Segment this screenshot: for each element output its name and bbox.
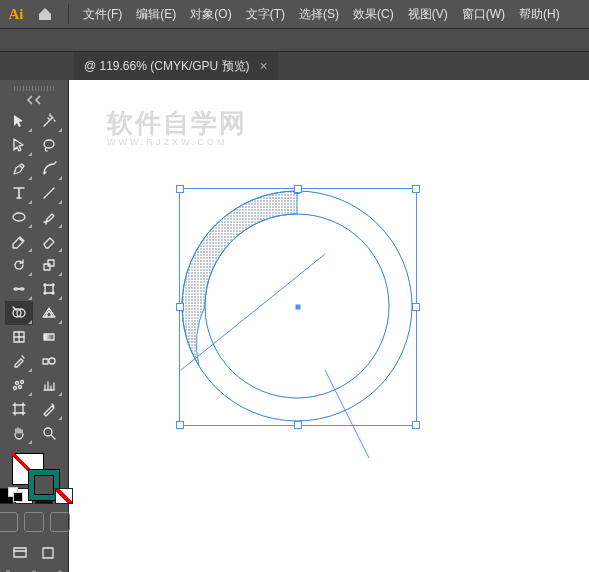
artboard[interactable]: 软件自学网 WWW.RJZXW.COM — [69, 80, 589, 572]
menu-effect[interactable]: 效果(C) — [347, 2, 400, 27]
svg-rect-1 — [44, 264, 50, 270]
tab-close-button[interactable]: × — [260, 59, 268, 73]
gradient-tool[interactable] — [35, 325, 63, 349]
pen-tool[interactable] — [5, 157, 33, 181]
bbox-handle-tr[interactable] — [412, 185, 420, 193]
magic-wand-tool[interactable] — [35, 109, 63, 133]
svg-rect-18 — [15, 405, 23, 413]
eraser-tool[interactable] — [35, 229, 63, 253]
bbox-handle-mr[interactable] — [412, 303, 420, 311]
menu-edit[interactable]: 编辑(E) — [130, 2, 182, 27]
menu-select[interactable]: 选择(S) — [293, 2, 345, 27]
eyedropper-tool[interactable] — [5, 349, 33, 373]
shaper-tool[interactable] — [5, 229, 33, 253]
svg-rect-11 — [44, 334, 54, 340]
svg-rect-3 — [45, 285, 53, 293]
bbox-handle-bl[interactable] — [176, 421, 184, 429]
watermark-main: 软件自学网 — [107, 108, 247, 138]
edit-toolbar-button[interactable] — [37, 542, 59, 564]
bbox-center[interactable] — [296, 305, 301, 310]
free-transform-tool[interactable] — [35, 277, 63, 301]
zoom-tool[interactable] — [35, 421, 63, 445]
main-area: 软件自学网 WWW.RJZXW.COM — [0, 80, 589, 572]
home-icon — [37, 6, 53, 22]
rotate-tool[interactable] — [5, 253, 33, 277]
document-tab[interactable]: @ 119.66% (CMYK/GPU 预览) × — [74, 52, 278, 80]
graph-tool[interactable] — [35, 373, 63, 397]
perspective-tool[interactable] — [35, 301, 63, 325]
bbox-handle-bm[interactable] — [294, 421, 302, 429]
svg-point-16 — [19, 386, 22, 389]
svg-point-15 — [21, 381, 24, 384]
svg-rect-12 — [43, 359, 48, 364]
tools-panel — [0, 80, 69, 572]
document-tabbar: @ 119.66% (CMYK/GPU 预览) × — [0, 52, 589, 80]
symbol-tool[interactable] — [5, 373, 33, 397]
svg-point-13 — [49, 358, 55, 364]
bbox-handle-tm[interactable] — [294, 185, 302, 193]
watermark-sub: WWW.RJZXW.COM — [107, 138, 247, 147]
shape-builder-tool[interactable] — [5, 301, 33, 325]
menubar: Ai 文件(F) 编辑(E) 对象(O) 文字(T) 选择(S) 效果(C) 视… — [0, 0, 589, 29]
type-tool[interactable] — [5, 181, 33, 205]
menu-object[interactable]: 对象(O) — [184, 2, 237, 27]
svg-rect-2 — [48, 260, 54, 266]
bbox-handle-ml[interactable] — [176, 303, 184, 311]
svg-point-0 — [13, 213, 25, 221]
draw-normal[interactable] — [0, 512, 18, 532]
draw-inside[interactable] — [50, 512, 70, 532]
menu-items: 文件(F) 编辑(E) 对象(O) 文字(T) 选择(S) 效果(C) 视图(V… — [77, 2, 566, 27]
fill-stroke-swatches[interactable] — [6, 451, 62, 482]
line-tool[interactable] — [35, 181, 63, 205]
selection-tool[interactable] — [5, 109, 33, 133]
screen-mode-button[interactable] — [9, 542, 31, 564]
screen-mode-row — [9, 542, 59, 564]
brush-tool[interactable] — [35, 205, 63, 229]
menu-window[interactable]: 窗口(W) — [456, 2, 511, 27]
width-tool[interactable] — [5, 277, 33, 301]
bbox-handle-br[interactable] — [412, 421, 420, 429]
mesh-tool[interactable] — [5, 325, 33, 349]
curvature-tool[interactable] — [35, 157, 63, 181]
svg-point-17 — [14, 387, 17, 390]
default-fill-stroke[interactable] — [8, 487, 22, 501]
svg-rect-20 — [14, 548, 26, 557]
draw-mode-row — [0, 512, 70, 532]
hand-tool[interactable] — [5, 421, 33, 445]
blend-tool[interactable] — [35, 349, 63, 373]
svg-point-14 — [16, 382, 19, 385]
direct-selection-tool[interactable] — [5, 133, 33, 157]
menu-divider — [68, 4, 69, 24]
menu-view[interactable]: 视图(V) — [402, 2, 454, 27]
menu-type[interactable]: 文字(T) — [240, 2, 291, 27]
app-logo: Ai — [6, 4, 26, 24]
menu-file[interactable]: 文件(F) — [77, 2, 128, 27]
tool-grid — [1, 109, 67, 445]
canvas-area[interactable]: 软件自学网 WWW.RJZXW.COM — [69, 80, 589, 572]
ellipse-tool[interactable] — [5, 205, 33, 229]
artboard-tool[interactable] — [5, 397, 33, 421]
home-button[interactable] — [32, 4, 58, 24]
slice-tool[interactable] — [35, 397, 63, 421]
options-bar — [0, 29, 589, 52]
panel-grip[interactable] — [14, 86, 54, 91]
selection-bounding-box[interactable] — [179, 188, 417, 426]
menu-help[interactable]: 帮助(H) — [513, 2, 566, 27]
svg-rect-21 — [43, 548, 53, 558]
scale-tool[interactable] — [35, 253, 63, 277]
lasso-tool[interactable] — [35, 133, 63, 157]
document-tab-title: @ 119.66% (CMYK/GPU 预览) — [84, 58, 250, 75]
bbox-handle-tl[interactable] — [176, 185, 184, 193]
color-mode-none[interactable] — [55, 488, 73, 504]
draw-behind[interactable] — [24, 512, 44, 532]
watermark: 软件自学网 WWW.RJZXW.COM — [107, 110, 247, 147]
collapse-panel-button[interactable] — [22, 95, 46, 105]
